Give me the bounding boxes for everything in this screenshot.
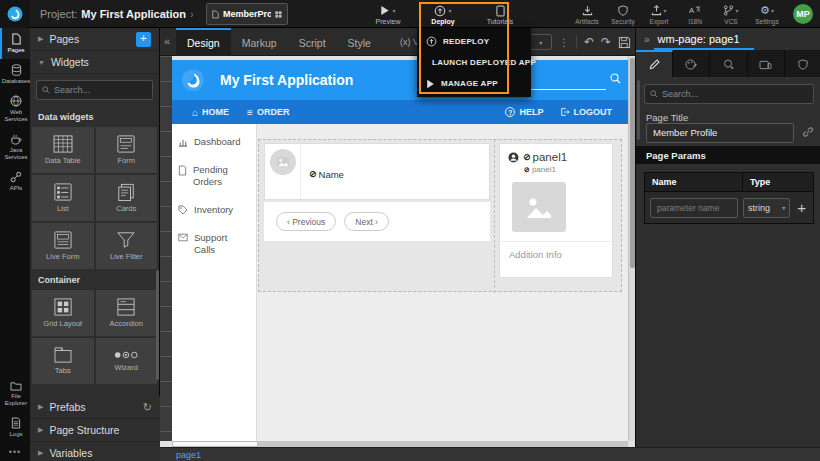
- status-page-link[interactable]: page1: [176, 450, 201, 460]
- deploy-dropdown-menu: REDEPLOY LAUNCH DEPLOYED APP MANAGE APP: [417, 28, 531, 97]
- more-options-icon[interactable]: ⋮: [559, 37, 569, 48]
- widget-cards[interactable]: Cards: [96, 175, 158, 221]
- properties-panel-scrollbar[interactable]: [637, 80, 640, 140]
- menu-item-launch-deployed-app[interactable]: LAUNCH DEPLOYED APP: [417, 52, 531, 73]
- export-button[interactable]: ▾ Export: [644, 2, 674, 27]
- settings-button[interactable]: ⚙▾ Settings: [752, 2, 782, 27]
- sidebar-item-inventory[interactable]: Inventory: [178, 204, 250, 216]
- rail-item-web-services[interactable]: Web Services: [0, 90, 30, 128]
- wavemaker-logo-icon[interactable]: [0, 0, 30, 28]
- rail-overflow-button[interactable]: •••: [0, 443, 30, 461]
- widget-live-filter[interactable]: Live Filter: [96, 223, 158, 269]
- section-pages[interactable]: ▶ Pages +: [30, 28, 159, 51]
- palette-icon: [685, 59, 697, 70]
- undo-button[interactable]: ↶: [584, 35, 594, 49]
- tab-style[interactable]: Style: [337, 28, 382, 56]
- page-title-input[interactable]: [646, 123, 794, 143]
- properties-search-input[interactable]: Search...: [644, 84, 814, 104]
- page-content-region[interactable]: ⊘ Name ‹ Previous Next › ⊘panel1: [258, 139, 622, 292]
- device-size-dropdown[interactable]: ▾: [530, 34, 552, 50]
- tab-styles[interactable]: [673, 50, 710, 77]
- section-variables[interactable]: ▶ Variables: [30, 442, 160, 461]
- tab-design[interactable]: Design: [176, 28, 231, 56]
- section-widgets[interactable]: ▼ Widgets: [30, 51, 159, 74]
- left-panel-scrollbar[interactable]: [156, 270, 159, 380]
- open-page-tab[interactable]: MemberProfile: [206, 3, 288, 25]
- widget-search-input[interactable]: Search...: [36, 80, 153, 100]
- menu-item-redeploy[interactable]: REDEPLOY: [417, 31, 531, 52]
- device-icon: [759, 60, 772, 70]
- expand-panel-icon[interactable]: »: [644, 34, 650, 45]
- tab-devices[interactable]: [748, 50, 785, 77]
- canvas-vertical-scrollbar[interactable]: [628, 56, 635, 441]
- collapse-left-panel-icon[interactable]: «: [164, 35, 170, 47]
- widget-data-table[interactable]: Data Table: [32, 127, 94, 173]
- chevron-down-icon: ▾: [448, 7, 451, 14]
- tab-properties[interactable]: [636, 50, 673, 77]
- rail-item-apis[interactable]: APIs: [0, 166, 30, 197]
- logout-icon: [560, 107, 570, 117]
- sidebar-item-dashboard[interactable]: Dashboard: [178, 136, 250, 148]
- sidebar-item-pending-orders[interactable]: Pending Orders: [178, 164, 250, 188]
- live-filter-icon: [116, 231, 136, 249]
- search-icon[interactable]: [610, 73, 621, 84]
- redo-button[interactable]: ↷: [601, 35, 611, 49]
- preview-button[interactable]: ▾ Preview: [366, 2, 410, 27]
- nav-order[interactable]: ≡ORDER: [247, 107, 289, 118]
- section-page-structure[interactable]: ▶ Page Structure: [30, 419, 160, 442]
- artifacts-button[interactable]: Artifacts: [572, 2, 602, 27]
- previous-button[interactable]: ‹ Previous: [276, 212, 336, 231]
- save-button[interactable]: [618, 36, 631, 49]
- add-page-button[interactable]: +: [136, 32, 151, 47]
- page-params-header: Page Params: [636, 146, 820, 164]
- tab-security[interactable]: [785, 50, 820, 77]
- widget-wizard[interactable]: Wizard: [96, 338, 158, 384]
- i18n-button[interactable]: A I18N: [680, 2, 710, 27]
- rail-item-java-services[interactable]: Java Services: [0, 128, 30, 166]
- tutorials-button[interactable]: Tutorials: [478, 2, 522, 27]
- refresh-icon[interactable]: ↻: [143, 401, 152, 414]
- security-button[interactable]: Security: [608, 2, 638, 27]
- nav-logout[interactable]: LOGOUT: [560, 107, 613, 117]
- widget-search-wrap: Search...: [30, 74, 159, 106]
- chevron-down-icon: ▼: [38, 59, 45, 66]
- rail-bottom: File Explorer Logs •••: [0, 376, 30, 461]
- user-avatar[interactable]: MP: [793, 4, 813, 24]
- member-list-widget[interactable]: ⊘ Name: [264, 143, 490, 200]
- rail-item-logs[interactable]: Logs: [0, 412, 30, 443]
- section-prefabs[interactable]: ▶ Prefabs ↻: [30, 396, 160, 419]
- app-sidebar: Dashboard Pending Orders Inventory Suppo…: [172, 124, 257, 441]
- widget-list[interactable]: List: [32, 175, 94, 221]
- accordion-icon: [117, 298, 135, 316]
- panel1-widget[interactable]: ⊘panel1 ⊘ panel1 Addition Info: [499, 143, 613, 278]
- next-button[interactable]: Next ›: [344, 212, 389, 231]
- left-panel: ▶ Pages + ▼ Widgets Search... Data widge…: [30, 28, 160, 461]
- tab-script[interactable]: Script: [288, 28, 337, 56]
- rail-item-databases[interactable]: Databases: [0, 59, 30, 90]
- nav-help[interactable]: ?HELP: [505, 107, 543, 117]
- widget-tabs[interactable]: Tabs: [32, 338, 94, 384]
- sidebar-item-support-calls[interactable]: Support Calls: [178, 232, 250, 256]
- param-name-input[interactable]: [650, 198, 738, 218]
- app-page-canvas: My First Application ⌂HOME ≡ORDER ?HELP …: [172, 60, 628, 441]
- widget-grid-layout[interactable]: Grid Layout: [32, 290, 94, 336]
- topbar-right-actions: Artifacts Security ▾ Export A I18N ▾ VCS…: [572, 2, 782, 27]
- rail-item-file-explorer[interactable]: File Explorer: [0, 376, 30, 412]
- param-type-select[interactable]: string ▾: [743, 198, 790, 218]
- tab-markup[interactable]: Markup: [231, 28, 288, 56]
- add-param-button[interactable]: +: [795, 199, 808, 216]
- rail-item-pages[interactable]: Pages: [0, 28, 30, 59]
- menu-item-manage-app[interactable]: MANAGE APP: [417, 73, 531, 94]
- widget-accordion[interactable]: Accordion: [96, 290, 158, 336]
- tab-events[interactable]: [710, 50, 747, 77]
- project-label: Project:: [40, 8, 77, 20]
- widget-live-form[interactable]: Live Form: [32, 223, 94, 269]
- vcs-button[interactable]: ▾ VCS: [716, 2, 746, 27]
- nav-home[interactable]: ⌂HOME: [192, 107, 229, 118]
- widget-form[interactable]: Form: [96, 127, 158, 173]
- bind-link-icon[interactable]: [802, 126, 814, 138]
- home-icon: ⌂: [192, 107, 198, 118]
- deploy-button[interactable]: ▾ Deploy: [421, 2, 465, 27]
- breadcrumb-chevron-icon: ›: [190, 8, 194, 20]
- grid-view-icon[interactable]: [275, 10, 282, 19]
